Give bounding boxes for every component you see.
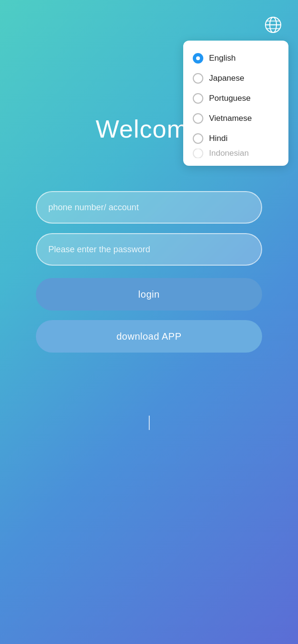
language-option-japanese[interactable]: Japanese — [193, 68, 279, 88]
language-option-english[interactable]: English — [193, 48, 279, 68]
language-option-indonesian[interactable]: Indonesian — [193, 149, 279, 158]
radio-japanese — [193, 73, 203, 84]
language-dropdown: English Japanese Portuguese Vietnamese H… — [183, 41, 288, 166]
language-option-hindi[interactable]: Hindi — [193, 129, 279, 149]
phone-input[interactable] — [36, 191, 262, 224]
radio-indonesian — [193, 149, 203, 158]
radio-english — [193, 53, 203, 64]
language-label-english: English — [209, 54, 236, 63]
globe-icon — [265, 16, 282, 33]
language-label-japanese: Japanese — [209, 74, 244, 83]
language-option-vietnamese[interactable]: Vietnamese — [193, 108, 279, 129]
login-button[interactable]: login — [36, 278, 262, 311]
language-label-portuguese: Portuguese — [209, 94, 251, 103]
password-input[interactable] — [36, 233, 262, 266]
language-label-vietnamese: Vietnamese — [209, 114, 252, 123]
login-form: login download APP — [0, 191, 298, 353]
download-app-button[interactable]: download APP — [36, 320, 262, 353]
language-label-indonesian: Indonesian — [209, 149, 249, 158]
language-label-hindi: Hindi — [209, 134, 228, 143]
language-selector-button[interactable] — [263, 14, 284, 35]
radio-vietnamese — [193, 113, 203, 124]
radio-hindi — [193, 133, 203, 144]
language-option-portuguese[interactable]: Portuguese — [193, 88, 279, 108]
radio-portuguese — [193, 93, 203, 104]
divider — [149, 416, 150, 430]
